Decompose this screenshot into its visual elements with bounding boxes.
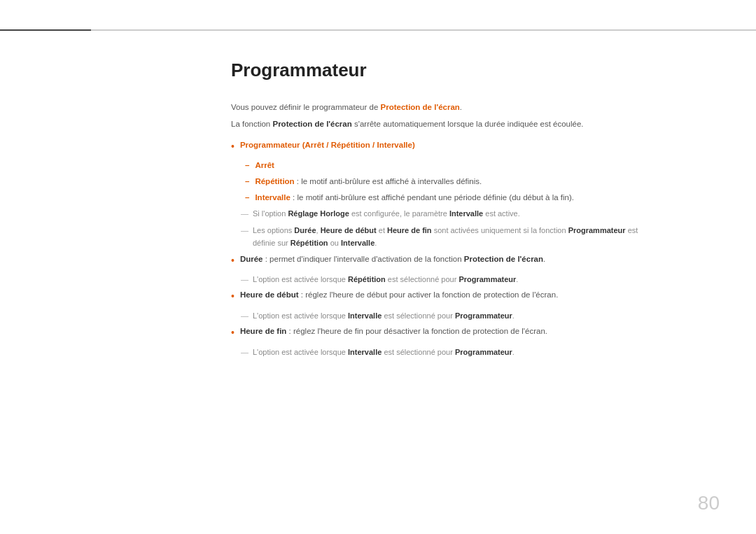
bullet-section: • Programmateur (Arrêt / Répétition / In… [231,139,720,359]
dash-intervalle: – [245,191,249,205]
sub-item-repetition: – Répétition : le motif anti-brûlure est… [245,175,720,189]
main-content: Programmateur Vous pouvez définir le pro… [231,56,720,361]
bullet-dot-4: • [231,325,234,342]
top-bar-accent [0,29,91,31]
sub-text-intervalle: Intervalle : le motif anti-brûlure est a… [255,191,574,205]
bullet-item-heure-debut: • Heure de début : réglez l'heure de déb… [231,288,720,305]
note-duree-mid: est sélectionné pour [386,275,459,283]
note-duree-hl2: Programmateur [458,275,516,283]
bullet-text-2: Durée : permet d'indiquer l'intervalle d… [240,253,720,267]
note-hf-hl2: Programmateur [455,348,512,356]
note2-text4: est [626,226,638,234]
duree-text: : permet d'indiquer l'intervalle d'activ… [263,255,464,263]
note2-ou: ou [328,239,341,247]
sub-text-repetition: Répétition : le motif anti-brûlure est a… [255,175,482,189]
note2-text3: sont activées uniquement si la fonction [432,226,568,234]
duree-label: Durée [240,255,263,263]
note-duree-before: L'option est activée lorsque [253,275,348,283]
note-dash-1: — [241,207,248,220]
sub-text-arret: Arrêt [255,159,274,173]
bullet-item-heure-fin: • Heure de fin : réglez l'heure de fin p… [231,325,720,342]
note2-hl1: Durée [294,226,316,234]
note2-hl3: Heure de fin [387,226,432,234]
note-hd-mid: est sélectionné pour [382,311,455,320]
top-bar-line [0,29,756,31]
note-text-hf: L'option est activée lorsque Intervalle … [253,346,720,358]
note-dash-hf: — [241,346,248,358]
dash-arret: – [245,159,249,173]
note-text-2: Les options Durée, Heure de début et Heu… [253,224,720,249]
note-hf-before: L'option est activée lorsque [253,348,348,356]
intro-paragraph-1: Vous pouvez définir le programmateur de … [231,101,720,115]
note-dash-hd: — [241,309,248,322]
intervalle-desc: : le motif anti-brûlure est affiché pend… [290,193,574,202]
note2-before: Les options [253,226,294,234]
sub-item-arret: – Arrêt [245,159,720,173]
sub-list-programmateur: – Arrêt – Répétition : le motif anti-brû… [245,159,720,204]
note2-et: et [377,226,387,234]
note-heure-debut: — L'option est activée lorsque Intervall… [241,309,720,322]
note-dash-2: — [241,224,248,237]
page-title: Programmateur [231,56,720,85]
intro2-highlight: Protection de l'écran [272,120,351,128]
note-text-duree: L'option est activée lorsque Répétition … [253,273,720,286]
intro1-text: Vous pouvez définir le programmateur de [231,103,378,111]
note-hd-hl2: Programmateur [455,311,512,320]
bullet-text-3: Heure de début : réglez l'heure de début… [240,288,720,302]
page-number: 80 [698,492,720,514]
note1-end: est active. [483,209,520,218]
note2-hl5: Répétition [290,239,328,247]
note-item-2: — Les options Durée, Heure de début et H… [241,224,720,249]
note-hf-hl1: Intervalle [348,348,382,356]
intro2-end: s'arrête automatiquement lorsque la duré… [352,120,584,128]
arret-label: Arrêt [255,161,274,169]
sub-item-intervalle: – Intervalle : le motif anti-brûlure est… [245,191,720,205]
bullet-dot-1: • [231,139,234,155]
intro2-start: La fonction [231,120,272,128]
note-text-hd: L'option est activée lorsque Intervalle … [253,309,720,322]
duree-protection: Protection de l'écran [464,255,543,263]
intro-paragraph-2: La fonction Protection de l'écran s'arrê… [231,118,720,132]
note2-period: . [374,239,377,247]
note1-mid: est configurée, le paramètre [349,209,449,218]
note-text-1: Si l'option Réglage Horloge est configur… [253,207,720,220]
note1-before: Si l'option [253,209,288,218]
bullet-item-duree: • Durée : permet d'indiquer l'intervalle… [231,253,720,269]
heure-fin-text: : réglez l'heure de fin pour désactiver … [286,327,547,335]
bullet-dot-3: • [231,288,234,305]
repetition-desc: : le motif anti-brûlure est affiché à in… [295,177,482,185]
note-hd-before: L'option est activée lorsque [253,311,348,320]
intro1-period: . [460,103,462,111]
heure-debut-text: : réglez l'heure de début pour activer l… [299,290,559,299]
repetition-label: Répétition [255,177,294,185]
note-hd-end: . [512,311,514,320]
note-duree: — L'option est activée lorsque Répétitio… [241,273,720,286]
note-item-1: — Si l'option Réglage Horloge est config… [241,207,720,220]
note-heure-fin: — L'option est activée lorsque Intervall… [241,346,720,358]
note2-definie: définie sur [253,239,290,247]
note-hd-hl1: Intervalle [348,311,382,320]
dash-repetition: – [245,175,249,189]
programmateur-label: Programmateur (Arrêt / Répétition / Inte… [240,141,415,149]
bullet-text-4: Heure de fin : réglez l'heure de fin pou… [240,325,720,339]
intervalle-label: Intervalle [255,193,290,202]
bullet-dot-2: • [231,253,234,269]
heure-debut-label: Heure de début [240,290,299,299]
intro1-highlight: Protection de l'écran [381,103,460,111]
bullet-text-1: Programmateur (Arrêt / Répétition / Inte… [240,139,720,153]
duree-period: . [543,255,545,263]
note2-hl4: Programmateur [568,226,626,234]
page-container: Programmateur Vous pouvez définir le pro… [0,0,756,534]
note-dash-duree: — [241,273,248,286]
note2-hl6: Intervalle [341,239,374,247]
heure-fin-label: Heure de fin [240,327,286,335]
note2-hl2: Heure de début [321,226,377,234]
note-duree-hl1: Répétition [348,275,386,283]
note1-hl2: Intervalle [449,209,483,218]
note-hf-end: . [512,348,514,356]
note1-hl1: Réglage Horloge [288,209,349,218]
note-duree-end: . [516,275,518,283]
bullet-item-programmateur: • Programmateur (Arrêt / Répétition / In… [231,139,720,155]
note-hf-mid: est sélectionné pour [382,348,455,356]
